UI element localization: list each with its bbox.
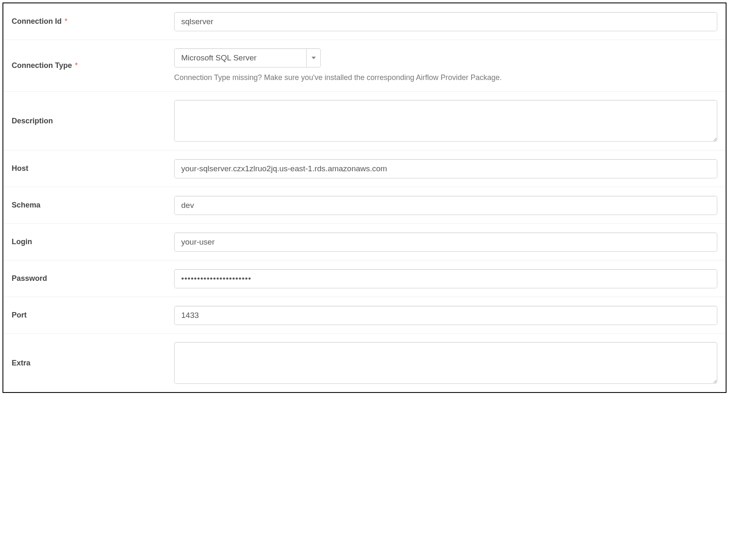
- label-login: Login: [12, 238, 174, 246]
- field-login: [174, 232, 717, 252]
- connection-type-help-text: Connection Type missing? Make sure you'v…: [174, 72, 717, 83]
- label-text: Connection Id: [12, 17, 62, 25]
- label-text: Password: [12, 274, 47, 282]
- label-description: Description: [12, 117, 174, 125]
- label-port: Port: [12, 311, 174, 320]
- row-password: Password: [3, 260, 726, 297]
- field-schema: [174, 196, 717, 215]
- label-extra: Extra: [12, 359, 174, 368]
- label-text: Connection Type: [12, 61, 72, 70]
- select-arrow-box: [306, 49, 320, 67]
- row-description: Description: [3, 92, 726, 150]
- label-text: Login: [12, 238, 32, 246]
- connection-id-input[interactable]: [174, 12, 717, 31]
- connection-type-select[interactable]: Microsoft SQL Server: [174, 48, 321, 68]
- field-host: [174, 159, 717, 178]
- login-input[interactable]: [174, 232, 717, 252]
- label-text: Description: [12, 117, 53, 125]
- chevron-down-icon: [312, 57, 316, 59]
- row-login: Login: [3, 224, 726, 260]
- label-host: Host: [12, 164, 174, 173]
- label-text: Port: [12, 311, 27, 319]
- row-connection-type: Connection Type * Microsoft SQL Server C…: [3, 40, 726, 92]
- row-port: Port: [3, 297, 726, 334]
- field-connection-type: Microsoft SQL Server Connection Type mis…: [174, 48, 717, 83]
- description-input[interactable]: [174, 100, 717, 142]
- label-connection-id: Connection Id *: [12, 17, 174, 26]
- label-text: Extra: [12, 359, 30, 367]
- field-password: [174, 269, 717, 288]
- label-password: Password: [12, 274, 174, 283]
- connection-form: Connection Id * Connection Type * Micros…: [2, 2, 727, 393]
- label-text: Host: [12, 164, 28, 172]
- row-extra: Extra: [3, 334, 726, 392]
- required-star-icon: *: [75, 61, 78, 70]
- label-text: Schema: [12, 201, 40, 209]
- row-connection-id: Connection Id *: [3, 3, 726, 40]
- row-schema: Schema: [3, 187, 726, 224]
- select-value: Microsoft SQL Server: [181, 53, 306, 62]
- field-port: [174, 306, 717, 325]
- host-input[interactable]: [174, 159, 717, 178]
- field-extra: [174, 342, 717, 384]
- row-host: Host: [3, 150, 726, 187]
- label-connection-type: Connection Type *: [12, 61, 174, 70]
- extra-input[interactable]: [174, 342, 717, 384]
- schema-input[interactable]: [174, 196, 717, 215]
- field-connection-id: [174, 12, 717, 31]
- field-description: [174, 100, 717, 142]
- required-star-icon: *: [65, 17, 67, 25]
- label-schema: Schema: [12, 201, 174, 210]
- port-input[interactable]: [174, 306, 717, 325]
- password-input[interactable]: [174, 269, 717, 288]
